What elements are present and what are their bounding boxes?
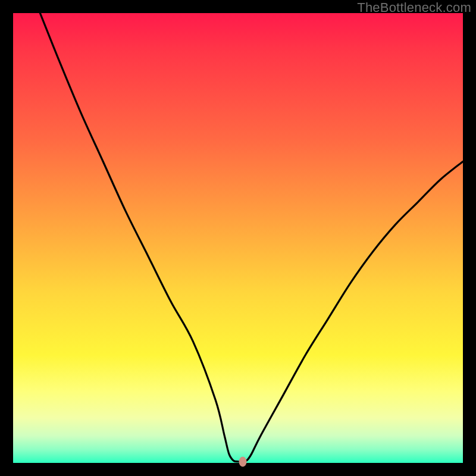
optimum-marker — [239, 456, 246, 466]
curve-layer — [13, 13, 463, 463]
bottleneck-curve-path — [40, 13, 463, 462]
chart-frame: TheBottleneck.com — [0, 0, 476, 476]
plot-area — [13, 13, 463, 463]
attribution-text: TheBottleneck.com — [357, 0, 471, 15]
